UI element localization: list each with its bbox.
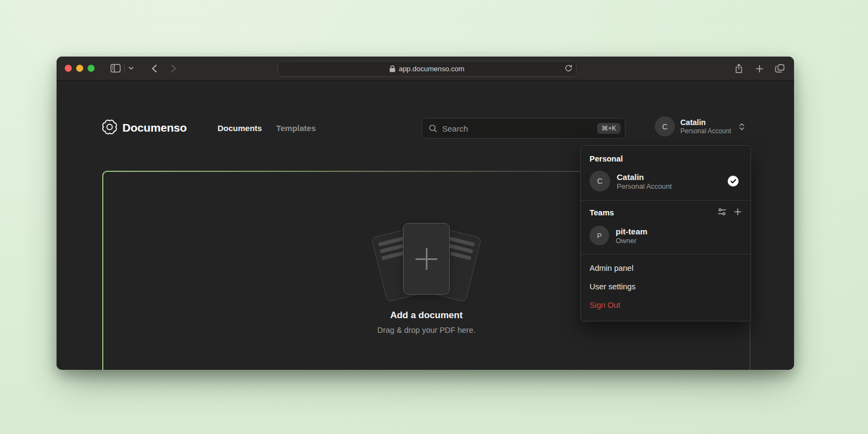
- toolbar-divider: [124, 64, 125, 73]
- menu-divider: [581, 200, 751, 201]
- account-name: Catalin: [680, 118, 731, 127]
- browser-toolbar: app.documenso.com: [57, 57, 794, 80]
- forward-button[interactable]: [166, 61, 181, 76]
- menu-item-sign-out[interactable]: Sign Out: [588, 296, 743, 314]
- primary-nav: Documents Templates: [218, 114, 316, 141]
- menu-item-admin-panel[interactable]: Admin panel: [588, 259, 743, 277]
- search-bar[interactable]: ⌘+K: [421, 118, 625, 139]
- personal-account-item[interactable]: C Catalin Personal Account: [588, 166, 743, 196]
- teams-section-heading: Teams: [590, 208, 614, 217]
- add-document-plus-icon: [416, 248, 437, 270]
- account-dropdown-menu: Personal C Catalin Personal Account Team…: [580, 145, 751, 321]
- chevron-down-icon: [128, 66, 134, 70]
- account-avatar: C: [655, 116, 675, 137]
- new-tab-button[interactable]: [752, 61, 767, 76]
- add-team-button[interactable]: [734, 208, 742, 218]
- browser-window: app.documenso.com: [57, 57, 794, 370]
- team-name: pit-team: [616, 226, 647, 237]
- personal-account-name: Catalin: [617, 172, 672, 182]
- plus-icon: [755, 65, 764, 73]
- tab-overview-icon: [775, 64, 785, 73]
- sliders-icon: [717, 207, 727, 218]
- back-button[interactable]: [146, 61, 162, 76]
- zoom-window-button[interactable]: [88, 65, 95, 72]
- traffic-lights: [57, 65, 95, 72]
- url-text: app.documenso.com: [399, 65, 464, 73]
- desktop-background: app.documenso.com: [0, 0, 868, 434]
- document-card-center: [403, 223, 450, 295]
- personal-section-heading: Personal: [588, 152, 743, 166]
- empty-state-subtitle: Drag & drop your PDF here.: [377, 326, 476, 334]
- personal-account-subtitle: Personal Account: [617, 182, 672, 191]
- sidebar-toggle-button[interactable]: [108, 61, 123, 76]
- share-button[interactable]: [731, 61, 746, 76]
- menu-item-user-settings[interactable]: User settings: [588, 277, 743, 296]
- tab-overview-button[interactable]: [772, 61, 788, 76]
- lock-icon: [389, 65, 395, 72]
- plus-icon: [734, 208, 742, 218]
- nav-documents[interactable]: Documents: [218, 123, 262, 133]
- selected-check-icon: [728, 176, 739, 187]
- documenso-logo-icon: [102, 120, 117, 137]
- address-bar[interactable]: app.documenso.com: [277, 61, 576, 77]
- reload-icon: [565, 64, 572, 73]
- account-subtitle: Personal Account: [680, 127, 731, 135]
- sidebar-toggle-icon: [110, 64, 121, 73]
- search-shortcut-badge: ⌘+K: [597, 123, 621, 134]
- nav-templates[interactable]: Templates: [276, 123, 316, 133]
- empty-state-illustration: [361, 223, 492, 299]
- team-avatar: P: [590, 226, 609, 245]
- sidebar-menu-button[interactable]: [126, 61, 137, 76]
- chevrons-up-down-icon: [739, 122, 745, 131]
- empty-state-title: Add a document: [390, 310, 462, 321]
- search-input[interactable]: [442, 124, 592, 133]
- close-window-button[interactable]: [65, 65, 72, 72]
- personal-account-avatar: C: [590, 171, 610, 191]
- team-role: Owner: [616, 237, 647, 245]
- share-icon: [735, 64, 743, 73]
- menu-divider: [581, 254, 751, 255]
- brand[interactable]: Documenso: [102, 114, 187, 141]
- manage-teams-button[interactable]: [717, 207, 727, 218]
- reload-button[interactable]: [565, 64, 572, 73]
- account-menu-button[interactable]: C Catalin Personal Account: [655, 116, 745, 137]
- team-item[interactable]: P pit-team Owner: [588, 221, 743, 250]
- search-icon: [429, 124, 437, 133]
- chevron-right-icon: [171, 64, 177, 73]
- app-page: Documenso Documents Templates ⌘+K C Cata…: [57, 80, 794, 369]
- minimize-window-button[interactable]: [76, 65, 83, 72]
- chevron-left-icon: [151, 64, 157, 73]
- brand-name: Documenso: [122, 121, 187, 134]
